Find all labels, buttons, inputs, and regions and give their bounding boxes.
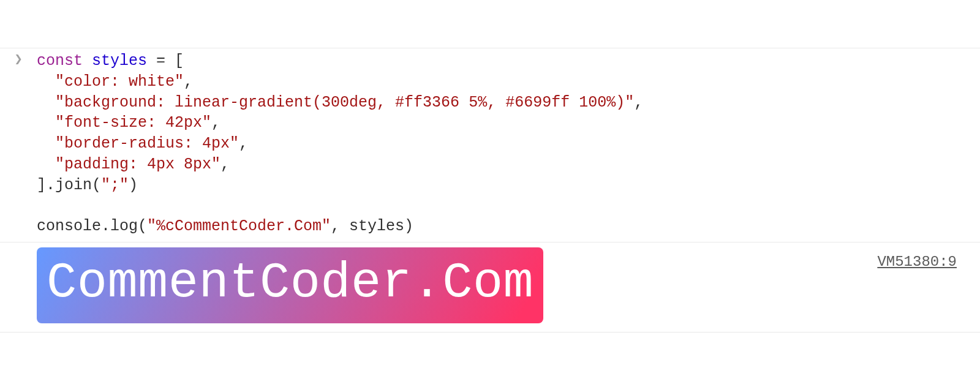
- code-token: ): [129, 176, 138, 194]
- input-gutter: ❯: [0, 48, 37, 67]
- console-input-row[interactable]: ❯ const styles = [ "color: white", "back…: [0, 48, 980, 242]
- code-token: ,: [211, 114, 221, 132]
- code-token: "padding: 4px 8px": [55, 156, 221, 173]
- code-token: , styles): [331, 217, 413, 235]
- code-token: [37, 94, 55, 111]
- code-token: "border-radius: 4px": [55, 135, 239, 152]
- code-token: [37, 73, 55, 91]
- console-output-content: CommentCoder.Com: [37, 242, 980, 333]
- code-token: "color: white": [55, 73, 184, 91]
- code-token: "background: linear-gradient(300deg, #ff…: [55, 94, 634, 111]
- code-token: "%cCommentCoder.Com": [147, 217, 331, 235]
- code-token: [83, 52, 92, 70]
- code-token: const: [37, 52, 83, 70]
- code-block[interactable]: const styles = [ "color: white", "backgr…: [37, 51, 968, 237]
- code-token: ,: [239, 135, 248, 152]
- console-input-content[interactable]: const styles = [ "color: white", "backgr…: [37, 48, 980, 242]
- styled-log-text: CommentCoder.Com: [37, 247, 543, 324]
- output-gutter: [0, 242, 37, 246]
- source-link[interactable]: VM51380:9: [877, 254, 957, 270]
- code-token: = [: [147, 52, 184, 70]
- code-token: console.log(: [37, 217, 147, 235]
- code-token: [37, 114, 55, 132]
- code-token: [37, 156, 55, 173]
- code-token: [37, 135, 55, 152]
- devtools-console: ❯ const styles = [ "color: white", "back…: [0, 48, 980, 333]
- code-token: ,: [634, 94, 643, 111]
- code-token: ,: [221, 156, 230, 173]
- code-token: ,: [184, 73, 193, 91]
- chevron-right-icon: ❯: [14, 53, 22, 67]
- code-token: ].join(: [37, 176, 101, 194]
- code-token: styles: [92, 52, 147, 70]
- code-token: ";": [101, 176, 129, 194]
- console-output-row: CommentCoder.Com VM51380:9: [0, 242, 980, 333]
- code-token: "font-size: 42px": [55, 114, 211, 132]
